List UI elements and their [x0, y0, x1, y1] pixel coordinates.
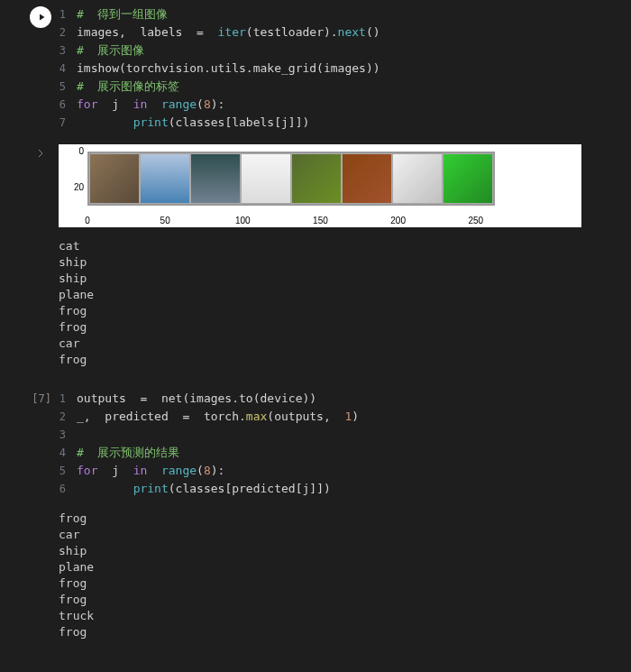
line-number: 1 [59, 5, 77, 23]
code-line: 6for j in range(8): [59, 96, 622, 114]
x-tick-label: 200 [390, 213, 406, 229]
code-line: 7 print(classes[labels[j]]) [59, 114, 622, 132]
code-body-2[interactable]: 1outputs = net(images.to(device))2_, pre… [59, 384, 631, 505]
code-line: 2images, labels = iter(testloader).next(… [59, 23, 622, 41]
output-line: ship [59, 271, 622, 287]
line-number: 5 [59, 78, 77, 96]
line-number: 3 [59, 426, 77, 444]
x-tick-label: 50 [160, 213, 170, 229]
line-number: 6 [59, 96, 77, 114]
y-tick-label: 0 [68, 143, 84, 160]
code-line: 1# 得到一组图像 [59, 5, 622, 23]
line-number: 4 [59, 60, 77, 78]
image-grid [87, 152, 495, 206]
thumbnail-cat [89, 153, 140, 204]
code-body-1[interactable]: 1# 得到一组图像2images, labels = iter(testload… [59, 0, 631, 139]
output-line: frog [59, 511, 622, 527]
play-icon [36, 12, 47, 23]
thumbnail-frog [342, 153, 392, 204]
line-number: 7 [59, 114, 77, 132]
stdout-text-1: catshipshipplanefrogfrogcarfrog [59, 238, 622, 368]
thumbnail-car [392, 153, 443, 204]
output-area-1: 020050100150200250 catshipshipplanefrogf… [0, 141, 631, 375]
x-tick-label: 250 [468, 213, 483, 229]
output-line: truck [59, 608, 622, 624]
thumbnail-ship [140, 153, 190, 204]
output-line: frog [59, 352, 622, 368]
code-line: 1outputs = net(images.to(device)) [59, 390, 622, 408]
output-gutter [0, 507, 59, 648]
code-line: 3 [59, 426, 622, 444]
output-line: car [59, 527, 622, 543]
output-line: plane [59, 559, 622, 575]
line-number: 6 [59, 480, 77, 498]
thumbnail-frog [443, 153, 493, 204]
y-tick-label: 20 [68, 180, 84, 196]
code-line: 4# 展示预测的结果 [59, 444, 622, 462]
output-icon[interactable] [33, 144, 48, 375]
output-line: frog [59, 575, 622, 592]
output-line: frog [59, 319, 622, 336]
run-button[interactable] [30, 6, 51, 28]
code-cell-2: [7] 1outputs = net(images.to(device))2_,… [0, 384, 631, 505]
line-number: 2 [59, 23, 77, 41]
output-area-2: frogcarshipplanefrogfrogtruckfrog [0, 507, 631, 648]
output-line: cat [59, 238, 622, 254]
output-line: ship [59, 254, 622, 271]
line-number: 3 [59, 41, 77, 60]
code-cell-1: 1# 得到一组图像2images, labels = iter(testload… [0, 0, 631, 139]
x-tick-label: 150 [313, 213, 328, 229]
line-number: 2 [59, 408, 77, 426]
code-line: 3# 展示图像 [59, 41, 622, 60]
x-tick-label: 0 [85, 213, 90, 229]
line-number: 4 [59, 444, 77, 462]
output-line: ship [59, 543, 622, 559]
code-line: 4imshow(torchvision.utils.make_grid(imag… [59, 60, 622, 78]
line-number: 1 [59, 390, 77, 408]
output-line: plane [59, 287, 622, 303]
code-line: 6 print(classes[predicted[j]]) [59, 480, 622, 498]
cell-gutter: [7] [0, 384, 59, 505]
cell-gutter [0, 0, 59, 139]
output-body-1: 020050100150200250 catshipshipplanefrogf… [59, 141, 631, 375]
code-line: 5# 展示图像的标签 [59, 78, 622, 96]
execution-count: [7] [32, 391, 51, 505]
thumbnail-ship [190, 153, 241, 204]
x-tick-label: 100 [235, 213, 251, 229]
thumbnail-plane [241, 153, 291, 204]
matplotlib-figure: 020050100150200250 [59, 144, 581, 227]
output-gutter [0, 141, 59, 375]
output-body-2: frogcarshipplanefrogfrogtruckfrog [59, 507, 631, 648]
code-line: 2_, predicted = torch.max(outputs, 1) [59, 408, 622, 426]
stdout-text-2: frogcarshipplanefrogfrogtruckfrog [59, 511, 622, 640]
output-line: frog [59, 592, 622, 608]
thumbnail-frog [291, 153, 342, 204]
code-line: 5for j in range(8): [59, 462, 622, 480]
output-line: car [59, 336, 622, 352]
line-number: 5 [59, 462, 77, 480]
output-line: frog [59, 624, 622, 640]
output-line: frog [59, 303, 622, 319]
